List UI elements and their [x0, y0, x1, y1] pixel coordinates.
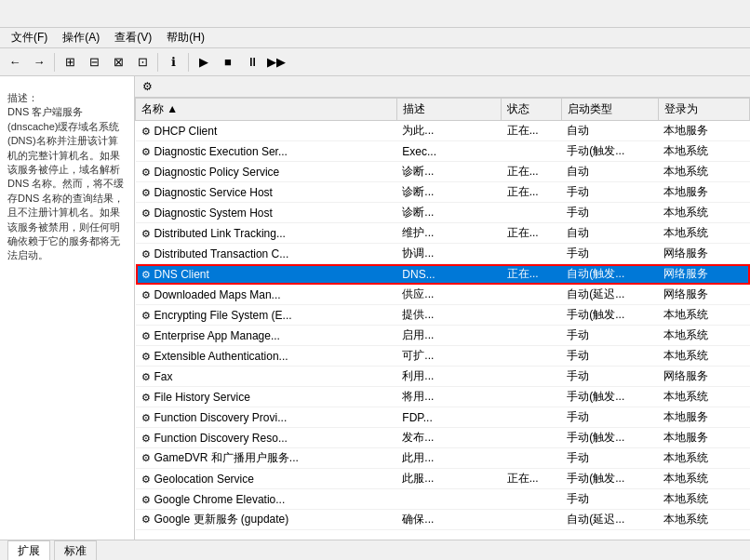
service-startup: 手动 — [561, 244, 658, 264]
toolbar-separator-1 — [54, 53, 55, 72]
table-header-row: 名称 ▲ 描述 状态 启动类型 登录为 — [136, 99, 750, 121]
menu-item-帮助H[interactable]: 帮助(H) — [159, 28, 212, 47]
service-login: 本地服务 — [658, 428, 749, 448]
service-gear-icon: ⚙ — [141, 392, 151, 403]
service-startup: 手动 — [561, 182, 658, 203]
service-name: ⚙Distributed Transaction C... — [136, 244, 397, 264]
service-name: ⚙Google Chrome Elevatio... — [136, 489, 397, 510]
col-header-desc[interactable]: 描述 — [396, 99, 501, 121]
table-row[interactable]: ⚙DNS ClientDNS...正在...自动(触发...网络服务 — [136, 264, 750, 285]
service-status — [502, 203, 562, 223]
service-name: ⚙Function Discovery Provi... — [136, 407, 397, 428]
forward-button[interactable]: → — [28, 51, 50, 73]
right-panel: ⚙ 名称 ▲ 描述 状态 启动类型 登录为 ⚙DHCP Client为此...正… — [135, 76, 750, 540]
menu-item-查看V[interactable]: 查看(V) — [107, 28, 159, 47]
table-row[interactable]: ⚙Encrypting File System (E...提供...手动(触发.… — [136, 305, 750, 326]
table-row[interactable]: ⚙Google 更新服务 (gupdate)确保...自动(延迟...本地系统 — [136, 510, 750, 530]
service-startup: 手动(触发... — [561, 141, 658, 162]
toolbar-btn-4[interactable]: ⊡ — [131, 51, 154, 73]
service-startup: 手动(触发... — [561, 387, 658, 407]
tab-expand[interactable]: 扩展 — [7, 540, 50, 561]
service-login: 本地系统 — [658, 387, 749, 407]
service-gear-icon: ⚙ — [141, 330, 151, 341]
table-row[interactable]: ⚙Google Chrome Elevatio...手动本地系统 — [136, 489, 750, 510]
table-row[interactable]: ⚙Diagnostic Service Host诊断...正在...手动本地服务 — [136, 182, 750, 203]
service-name: ⚙DNS Client — [136, 264, 397, 285]
services-table-container[interactable]: 名称 ▲ 描述 状态 启动类型 登录为 ⚙DHCP Client为此...正在.… — [135, 98, 750, 540]
left-panel-description: 描述：DNS 客户端服务(dnscache)缓存域名系统(DNS)名称并注册该计… — [7, 91, 127, 263]
table-row[interactable]: ⚙File History Service将用...手动(触发...本地系统 — [136, 387, 750, 407]
play-button[interactable]: ▶ — [193, 51, 215, 73]
service-startup: 手动 — [561, 407, 658, 428]
service-desc: 利用... — [396, 367, 501, 387]
service-login: 网络服务 — [658, 244, 749, 264]
col-header-startup[interactable]: 启动类型 — [561, 99, 658, 121]
close-button[interactable] — [700, 0, 743, 28]
service-status: 正在... — [502, 264, 562, 285]
table-row[interactable]: ⚙Enterprise App Manage...启用...手动本地系统 — [136, 326, 750, 346]
service-gear-icon: ⚙ — [141, 473, 151, 485]
service-status — [502, 141, 562, 162]
table-row[interactable]: ⚙Diagnostic System Host诊断...手动本地系统 — [136, 203, 750, 223]
table-row[interactable]: ⚙Fax利用...手动网络服务 — [136, 367, 750, 387]
back-button[interactable]: ← — [4, 51, 26, 73]
left-panel: 描述：DNS 客户端服务(dnscache)缓存域名系统(DNS)名称并注册该计… — [0, 76, 135, 540]
service-login: 本地服务 — [658, 182, 749, 203]
service-gear-icon: ⚙ — [141, 126, 151, 137]
service-status — [502, 367, 562, 387]
service-desc: Exec... — [396, 141, 501, 162]
table-row[interactable]: ⚙Downloaded Maps Man...供应...自动(延迟...网络服务 — [136, 285, 750, 305]
menu-item-文件F[interactable]: 文件(F) — [4, 28, 55, 47]
service-startup: 自动 — [561, 162, 658, 182]
table-row[interactable]: ⚙Diagnostic Policy Service诊断...正在...自动本地… — [136, 162, 750, 182]
toolbar-btn-3[interactable]: ⊠ — [107, 51, 129, 73]
toolbar-separator-3 — [188, 53, 189, 72]
service-login: 本地系统 — [658, 326, 749, 346]
table-row[interactable]: ⚙Function Discovery Provi...FDP...手动本地服务 — [136, 407, 750, 428]
info-button[interactable]: ℹ — [162, 51, 184, 73]
col-header-name[interactable]: 名称 ▲ — [136, 99, 397, 121]
service-name: ⚙Diagnostic System Host — [136, 203, 397, 223]
table-row[interactable]: ⚙Geolocation Service此服...正在...手动(触发...本地… — [136, 469, 750, 489]
service-name: ⚙Geolocation Service — [136, 469, 397, 489]
service-gear-icon: ⚙ — [141, 248, 151, 260]
maximize-button[interactable] — [657, 0, 700, 28]
toolbar-btn-1[interactable]: ⊞ — [59, 51, 81, 73]
service-startup: 手动(触发... — [561, 469, 658, 489]
table-row[interactable]: ⚙Distributed Link Tracking...维护...正在...自… — [136, 223, 750, 244]
tab-standard[interactable]: 标准 — [54, 540, 97, 561]
service-status — [502, 448, 562, 469]
minimize-button[interactable] — [614, 0, 657, 28]
service-startup: 手动(触发... — [561, 428, 658, 448]
table-row[interactable]: ⚙DHCP Client为此...正在...自动本地服务 — [136, 121, 750, 141]
table-row[interactable]: ⚙Distributed Transaction C...协调...手动网络服务 — [136, 244, 750, 264]
restart-button[interactable]: ▶▶ — [265, 51, 288, 73]
toolbar-btn-2[interactable]: ⊟ — [83, 51, 105, 73]
service-gear-icon: ⚙ — [141, 167, 151, 178]
service-status — [502, 387, 562, 407]
service-desc: 将用... — [396, 387, 501, 407]
stop-button[interactable]: ■ — [217, 51, 239, 73]
table-row[interactable]: ⚙GameDVR 和广播用户服务...此用...手动本地系统 — [136, 448, 750, 469]
service-name: ⚙File History Service — [136, 387, 397, 407]
table-row[interactable]: ⚙Extensible Authentication...可扩...手动本地系统 — [136, 346, 750, 367]
col-header-status[interactable]: 状态 — [502, 99, 562, 121]
service-login: 网络服务 — [658, 367, 749, 387]
service-startup: 手动 — [561, 448, 658, 469]
service-name: ⚙Diagnostic Execution Ser... — [136, 141, 397, 162]
table-row[interactable]: ⚙Diagnostic Execution Ser...Exec...手动(触发… — [136, 141, 750, 162]
pause-button[interactable]: ⏸ — [241, 51, 263, 73]
menu-item-操作A[interactable]: 操作(A) — [55, 28, 107, 47]
service-startup: 自动 — [561, 121, 658, 141]
service-startup: 自动(触发... — [561, 264, 658, 285]
service-startup: 手动 — [561, 346, 658, 367]
service-desc: 此用... — [396, 448, 501, 469]
service-desc: 发布... — [396, 428, 501, 448]
col-header-login[interactable]: 登录为 — [658, 99, 749, 121]
service-status — [502, 285, 562, 305]
service-gear-icon: ⚙ — [141, 412, 151, 423]
table-row[interactable]: ⚙Function Discovery Reso...发布...手动(触发...… — [136, 428, 750, 448]
service-name: ⚙Enterprise App Manage... — [136, 326, 397, 346]
service-status — [502, 428, 562, 448]
service-startup: 手动 — [561, 489, 658, 510]
